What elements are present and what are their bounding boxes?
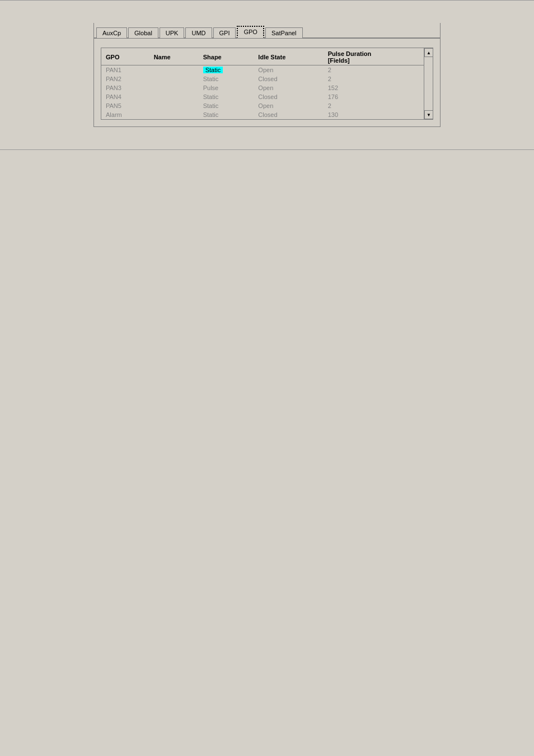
tab-satpanel[interactable]: SatPanel xyxy=(265,27,303,38)
table-row[interactable]: PAN3PulseOpen152 xyxy=(101,83,424,92)
tab-bar: AuxCp Global UPK UMD GPI GPO SatPanel xyxy=(94,23,440,39)
cell-pulse-duration: 176 xyxy=(324,92,424,101)
col-header-shape: Shape xyxy=(199,48,254,65)
cell-shape: Static xyxy=(199,74,254,83)
cell-name xyxy=(149,74,199,83)
cell-pulse-duration: 130 xyxy=(324,110,424,119)
cell-shape: Static xyxy=(199,101,254,110)
tab-bar-spacer xyxy=(304,37,440,38)
cell-pulse-duration: 2 xyxy=(324,65,424,75)
scrollbar-up-button[interactable]: ▲ xyxy=(424,48,433,57)
table-body: PAN1StaticOpen2PAN2StaticClosed2PAN3Puls… xyxy=(101,65,424,120)
cell-idle-state: Closed xyxy=(254,110,323,119)
cell-name xyxy=(149,83,199,92)
table-row[interactable]: PAN5StaticOpen2 xyxy=(101,101,424,110)
cell-shape: Static xyxy=(199,65,254,75)
gpo-table: GPO Name Shape Idle State xyxy=(101,48,424,119)
cell-name xyxy=(149,92,199,101)
table-row[interactable]: PAN2StaticClosed2 xyxy=(101,74,424,83)
col-header-name: Name xyxy=(149,48,199,65)
cell-name xyxy=(149,65,199,75)
cell-gpo: PAN3 xyxy=(101,83,149,92)
cell-gpo: PAN2 xyxy=(101,74,149,83)
cell-gpo: Alarm xyxy=(101,110,149,119)
col-header-pulse-duration: Pulse Duration [Fields] xyxy=(324,48,424,65)
cell-gpo: PAN1 xyxy=(101,65,149,75)
cell-idle-state: Closed xyxy=(254,92,323,101)
tab-upk[interactable]: UPK xyxy=(160,27,185,38)
cell-gpo: PAN4 xyxy=(101,92,149,101)
cell-gpo: PAN5 xyxy=(101,101,149,110)
tab-gpo[interactable]: GPO xyxy=(237,26,264,38)
cell-idle-state: Open xyxy=(254,83,323,92)
table-header-row: GPO Name Shape Idle State xyxy=(101,48,424,65)
table-row[interactable]: AlarmStaticClosed130 xyxy=(101,110,424,119)
cell-shape: Pulse xyxy=(199,83,254,92)
tab-gpi[interactable]: GPI xyxy=(213,27,236,38)
tab-umd[interactable]: UMD xyxy=(185,27,212,38)
page-wrapper: AuxCp Global UPK UMD GPI GPO SatPanel xyxy=(0,1,534,149)
cell-name xyxy=(149,101,199,110)
cell-name xyxy=(149,110,199,119)
col-header-idle-state: Idle State xyxy=(254,48,323,65)
cell-pulse-duration: 2 xyxy=(324,74,424,83)
bottom-rule xyxy=(0,149,534,150)
table-row[interactable]: PAN1StaticOpen2 xyxy=(101,65,424,75)
scrollbar-thumb[interactable] xyxy=(424,57,433,110)
scrollbar-track: ▲ ▼ xyxy=(424,48,433,119)
gpo-table-wrapper: GPO Name Shape Idle State xyxy=(101,48,433,120)
col-header-gpo: GPO xyxy=(101,48,149,65)
table-row[interactable]: PAN4StaticClosed176 xyxy=(101,92,424,101)
outer-container: AuxCp Global UPK UMD GPI GPO SatPanel xyxy=(93,23,441,127)
cell-shape: Static xyxy=(199,92,254,101)
cell-idle-state: Open xyxy=(254,101,323,110)
cell-idle-state: Open xyxy=(254,65,323,75)
cell-pulse-duration: 152 xyxy=(324,83,424,92)
table-scroll-area: GPO Name Shape Idle State xyxy=(101,48,424,119)
tab-auxcp[interactable]: AuxCp xyxy=(96,27,127,38)
cell-shape: Static xyxy=(199,110,254,119)
scrollbar-down-button[interactable]: ▼ xyxy=(424,110,433,119)
cell-idle-state: Closed xyxy=(254,74,323,83)
panel-content: GPO Name Shape Idle State xyxy=(94,39,440,126)
tab-global[interactable]: Global xyxy=(128,27,158,38)
cell-pulse-duration: 2 xyxy=(324,101,424,110)
